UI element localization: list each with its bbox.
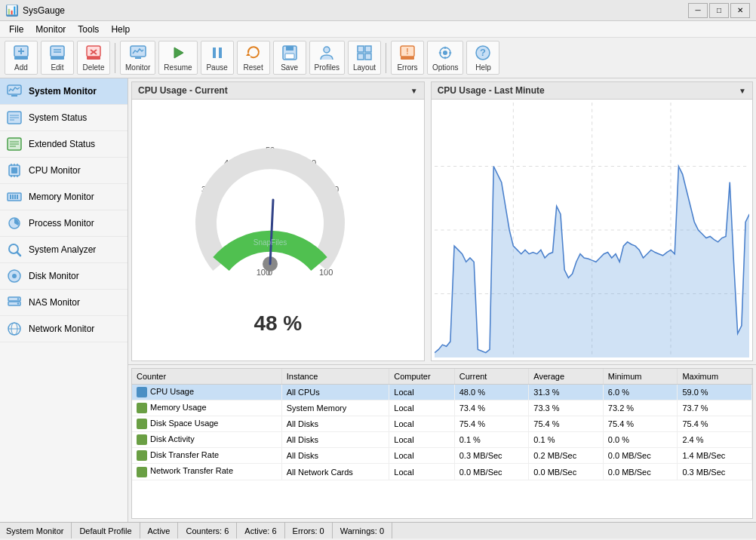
profiles-label: Profiles <box>315 63 340 72</box>
sidebar-item-system-monitor[interactable]: System Monitor <box>0 78 128 105</box>
title-bar-controls: ─ □ ✕ <box>688 3 750 18</box>
chart-collapse-button[interactable]: ▼ <box>739 87 746 95</box>
status-active: Active: 6 <box>237 523 284 538</box>
sidebar-item-system-status[interactable]: System Status <box>0 105 128 131</box>
profiles-button[interactable]: Profiles <box>309 41 345 75</box>
status-bar: System Monitor Default Profile Active Co… <box>0 522 756 538</box>
monitor-button[interactable]: Monitor <box>120 41 155 75</box>
svg-rect-13 <box>135 57 141 59</box>
cell-minimum: 0.0 MB/Sec <box>603 448 678 464</box>
system-analyzer-icon <box>6 241 23 258</box>
toolbar-sep-2 <box>386 43 386 73</box>
cell-minimum: 0.0 MB/Sec <box>603 464 678 480</box>
table-row[interactable]: Network Transfer Rate All Network Cards … <box>132 464 752 480</box>
status-counters: Counters: 6 <box>178 523 237 538</box>
sidebar-label-system-monitor: System Monitor <box>29 86 97 97</box>
profiles-icon <box>318 44 336 62</box>
pause-button[interactable]: Pause <box>201 41 234 75</box>
app-icon: 📊 <box>6 5 18 17</box>
gauge-panel-title: CPU Usage - Current <box>138 85 228 96</box>
pause-icon <box>208 44 226 62</box>
errors-label: Errors <box>397 63 417 72</box>
sidebar-item-extended-status[interactable]: Extended Status <box>0 131 128 158</box>
sidebar-item-process-monitor[interactable]: Process Monitor <box>0 210 128 237</box>
col-header-counter: Counter <box>132 369 281 385</box>
toolbar: Add Edit Delete Monitor Resume Pause <box>0 38 756 78</box>
help-button[interactable]: ? Help <box>466 41 499 75</box>
svg-rect-54 <box>14 195 16 199</box>
col-header-average: Average <box>529 369 604 385</box>
cell-minimum: 75.4 % <box>603 416 678 432</box>
nas-monitor-icon <box>6 294 23 311</box>
main-container: System Monitor System Status Extended St… <box>0 78 756 522</box>
sidebar-item-memory-monitor[interactable]: Memory Monitor <box>0 184 128 210</box>
cell-average: 0.2 MB/Sec <box>529 448 604 464</box>
delete-button[interactable]: Delete <box>77 41 110 75</box>
sidebar-label-disk-monitor: Disk Monitor <box>29 271 79 281</box>
save-button[interactable]: Save <box>273 41 306 75</box>
sidebar-item-nas-monitor[interactable]: NAS Monitor <box>0 290 128 316</box>
menu-tools[interactable]: Tools <box>72 23 105 36</box>
edit-icon <box>48 44 66 62</box>
errors-button[interactable]: ! Errors <box>391 41 424 75</box>
sidebar-item-disk-monitor[interactable]: Disk Monitor <box>0 263 128 290</box>
sidebar-item-cpu-monitor[interactable]: CPU Monitor <box>0 158 128 184</box>
cell-current: 75.4 % <box>454 416 529 432</box>
reset-button[interactable]: Reset <box>237 41 270 75</box>
svg-rect-25 <box>365 54 371 60</box>
gauge-panel-header: CPU Usage - Current ▼ <box>132 82 424 100</box>
maximize-button[interactable]: □ <box>709 3 729 18</box>
edit-button[interactable]: Edit <box>41 41 74 75</box>
cell-average: 73.3 % <box>529 400 604 416</box>
cell-counter: Disk Transfer Rate <box>132 448 281 464</box>
table-row[interactable]: Disk Activity All Disks Local 0.1 % 0.1 … <box>132 432 752 448</box>
sidebar-item-system-analyzer[interactable]: System Analyzer <box>0 237 128 263</box>
svg-text:!: ! <box>406 48 408 56</box>
cell-maximum: 2.4 % <box>678 432 752 448</box>
add-label: Add <box>14 63 28 72</box>
cell-minimum: 73.2 % <box>603 400 678 416</box>
save-label: Save <box>281 63 298 72</box>
status-monitor: System Monitor <box>6 523 72 538</box>
sidebar: System Monitor System Status Extended St… <box>0 78 128 522</box>
cpu-monitor-icon <box>6 162 23 179</box>
help-label: Help <box>475 63 491 72</box>
cell-counter: Network Transfer Rate <box>132 464 281 480</box>
cell-maximum: 75.4 % <box>678 416 752 432</box>
svg-rect-15 <box>213 48 216 58</box>
title-bar: 📊 SysGauge ─ □ ✕ <box>0 0 756 21</box>
resume-button[interactable]: Resume <box>158 41 197 75</box>
menu-file[interactable]: File <box>3 23 29 36</box>
menu-monitor[interactable]: Monitor <box>29 23 72 36</box>
layout-label: Layout <box>353 63 376 72</box>
minimize-button[interactable]: ─ <box>688 3 708 18</box>
svg-point-60 <box>12 274 17 278</box>
menu-help[interactable]: Help <box>105 23 136 36</box>
svg-point-63 <box>17 298 19 299</box>
svg-point-29 <box>443 51 447 55</box>
table-row[interactable]: Memory Usage System Memory Local 73.4 % … <box>132 400 752 416</box>
sidebar-item-network-monitor[interactable]: Network Monitor <box>0 316 128 342</box>
status-state: Active <box>140 523 179 538</box>
data-table-container: Counter Instance Computer Current Averag… <box>131 368 753 519</box>
svg-point-21 <box>324 47 330 53</box>
options-button[interactable]: Options <box>427 41 463 75</box>
svg-text:?: ? <box>480 47 486 58</box>
svg-rect-34 <box>11 95 17 97</box>
cell-average: 0.1 % <box>529 432 604 448</box>
add-button[interactable]: Add <box>5 41 38 75</box>
layout-button[interactable]: Layout <box>348 41 381 75</box>
table-row[interactable]: CPU Usage All CPUs Local 48.0 % 31.3 % 6… <box>132 385 752 400</box>
svg-rect-4 <box>51 46 64 57</box>
chart-panel-header: CPU Usage - Last Minute ▼ <box>432 82 752 100</box>
gauge-collapse-button[interactable]: ▼ <box>410 87 418 95</box>
cell-computer: Local <box>389 385 454 400</box>
data-table: Counter Instance Computer Current Averag… <box>132 369 752 480</box>
table-row[interactable]: Disk Space Usage All Disks Local 75.4 % … <box>132 416 752 432</box>
cell-instance: All Disks <box>281 448 389 464</box>
close-button[interactable]: ✕ <box>730 3 750 18</box>
table-row[interactable]: Disk Transfer Rate All Disks Local 0.3 M… <box>132 448 752 464</box>
network-monitor-icon <box>6 321 23 337</box>
help-icon: ? <box>474 44 492 62</box>
cell-computer: Local <box>389 400 454 416</box>
